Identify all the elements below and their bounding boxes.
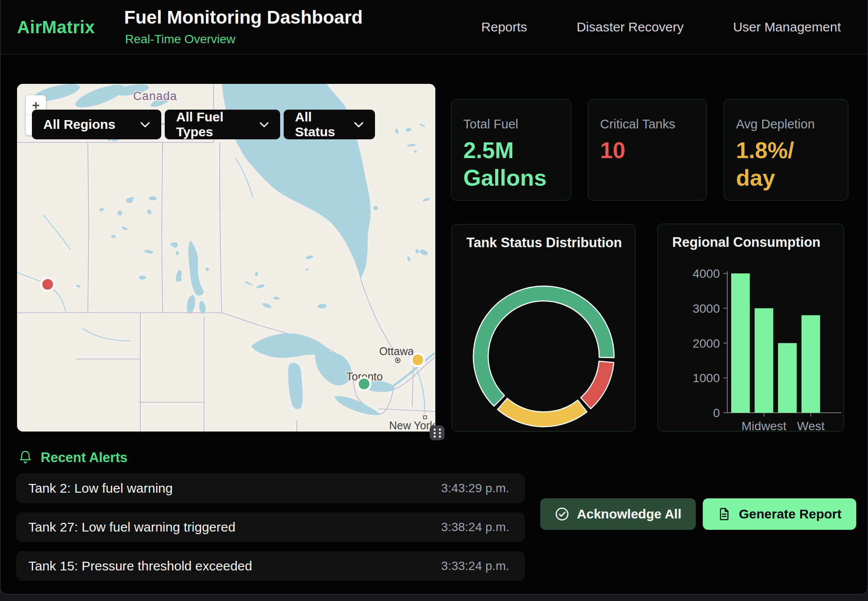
alert-row[interactable]: Tank 15: Pressure threshold exceeded 3:3…	[16, 551, 525, 581]
svg-text:0: 0	[713, 406, 720, 420]
bar-region-3	[802, 315, 820, 413]
alert-time: 3:33:24 p.m.	[441, 559, 509, 573]
stat-label: Critical Tanks	[600, 117, 706, 131]
alert-row[interactable]: Tank 2: Low fuel warning 3:43:29 p.m.	[16, 473, 525, 503]
region-filter-dropdown[interactable]: All Regions	[32, 110, 161, 139]
bar-region-0	[731, 273, 750, 413]
generate-report-button[interactable]: Generate Report	[703, 498, 856, 530]
bar-region-2	[778, 343, 797, 413]
donut-segment-critical	[581, 361, 614, 409]
alert-message: Tank 15: Pressure threshold exceeded	[28, 559, 252, 573]
alert-time: 3:38:24 p.m.	[441, 520, 509, 534]
tank-marker-normal[interactable]	[358, 378, 371, 390]
tank-marker-critical[interactable]	[42, 278, 54, 291]
status-filter-value: All Status	[295, 110, 354, 139]
bell-icon	[19, 450, 32, 465]
stat-label: Total Fuel	[463, 117, 571, 131]
nav-item-reports[interactable]: Reports	[481, 20, 527, 35]
recent-alerts-title: Recent Alerts	[41, 450, 128, 466]
app-header: AirMatrix Fuel Monitoring Dashboard Real…	[0, 0, 868, 54]
alert-message: Tank 2: Low fuel warning	[28, 481, 173, 496]
recent-alerts-header: Recent Alerts	[19, 450, 128, 466]
map-label-new-york: New York	[389, 419, 435, 432]
donut-segment-warning	[497, 398, 587, 427]
bar-x-label: West	[797, 419, 824, 432]
generate-report-label: Generate Report	[739, 507, 841, 522]
tank-status-chart-card: Tank Status Distribution	[451, 224, 635, 432]
map-label-canada: Canada	[133, 90, 177, 103]
chevron-down-icon	[140, 122, 150, 128]
stat-value: 2.5M Gallons	[463, 137, 555, 192]
resize-grip-icon[interactable]	[430, 425, 444, 440]
file-text-icon	[717, 507, 731, 521]
svg-text:3000: 3000	[693, 302, 720, 315]
brand-logo: AirMatrix	[17, 17, 95, 37]
tank-marker-warning[interactable]	[412, 354, 424, 366]
page-title: Fuel Monitoring Dashboard	[124, 7, 363, 28]
bar-x-label: Midwest	[742, 419, 787, 432]
nav-item-user-management[interactable]: User Management	[733, 20, 841, 35]
tank-status-donut-chart	[452, 225, 636, 432]
stat-card-avg-depletion: Avg Depletion 1.8%/ day	[724, 99, 848, 200]
svg-text:4000: 4000	[693, 267, 720, 280]
stat-card-total-fuel: Total Fuel 2.5M Gallons	[451, 99, 571, 200]
chevron-down-icon	[354, 122, 364, 128]
stat-label: Avg Depletion	[736, 117, 848, 131]
bar-region-1	[755, 308, 774, 413]
check-circle-icon	[555, 507, 569, 522]
regional-consumption-chart-card: Regional Consumption 01000200030004000Mi…	[657, 224, 844, 432]
alert-row[interactable]: Tank 27: Low fuel warning triggered 3:38…	[16, 512, 525, 542]
regional-consumption-bar-chart: 01000200030004000MidwestWest	[658, 224, 844, 432]
alert-message: Tank 27: Low fuel warning triggered	[28, 520, 236, 535]
svg-text:2000: 2000	[693, 337, 720, 350]
map-label-ottawa: Ottawa	[379, 345, 413, 357]
stat-card-critical-tanks: Critical Tanks 10	[588, 99, 707, 200]
acknowledge-all-label: Acknowledge All	[577, 507, 681, 522]
stat-value: 10	[600, 137, 692, 164]
dashboard-panel: AirMatrix Fuel Monitoring Dashboard Real…	[0, 0, 868, 594]
fuel-type-filter-value: All Fuel Types	[176, 110, 260, 139]
fuel-map[interactable]: Canada Ottawa Toronto New York + − All R…	[17, 84, 435, 432]
chevron-down-icon	[260, 122, 269, 128]
fuel-type-filter-dropdown[interactable]: All Fuel Types	[165, 110, 280, 139]
status-filter-dropdown[interactable]: All Status	[284, 110, 375, 139]
region-filter-value: All Regions	[43, 117, 115, 132]
alert-time: 3:43:29 p.m.	[441, 481, 509, 495]
nav-item-disaster-recovery[interactable]: Disaster Recovery	[576, 20, 684, 35]
svg-text:1000: 1000	[693, 371, 720, 385]
page-subtitle: Real-Time Overview	[125, 32, 236, 46]
acknowledge-all-button[interactable]: Acknowledge All	[540, 498, 696, 530]
main-nav: Reports Disaster Recovery User Managemen…	[481, 0, 841, 54]
stat-value: 1.8%/ day	[736, 137, 828, 192]
